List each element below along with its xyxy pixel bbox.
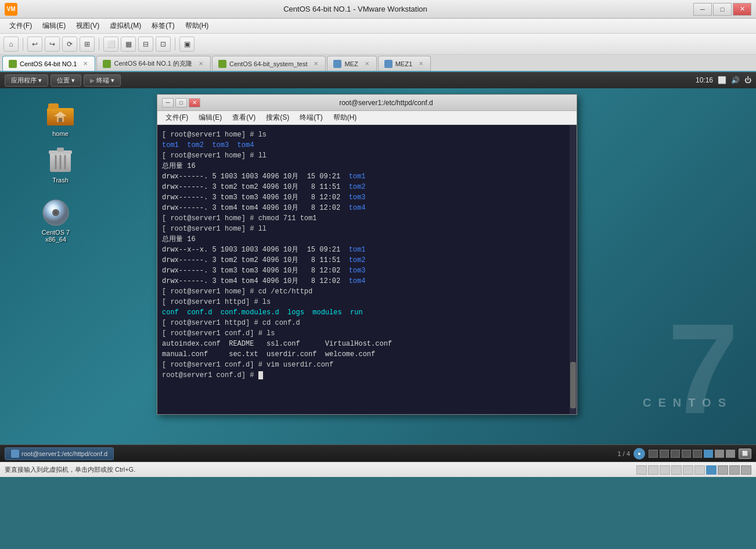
terminal-maximize[interactable]: □ bbox=[175, 98, 187, 107]
terminal-titlebar: ─ □ ✕ root@server1:/etc/httpd/conf.d bbox=[157, 95, 577, 111]
terminal-minimize[interactable]: ─ bbox=[162, 98, 174, 107]
toolbar-home[interactable]: ⌂ bbox=[3, 37, 19, 52]
tab-mez[interactable]: MEZ ✕ bbox=[327, 56, 376, 71]
menu-file[interactable]: 文件(F) bbox=[5, 20, 37, 32]
display-size-icon: ⬜ bbox=[739, 448, 751, 459]
terminal-line-9: [ root@server1 home] # chmod 711 tom1 bbox=[162, 213, 565, 224]
tab-close-clone[interactable]: ✕ bbox=[197, 60, 204, 67]
menu-edit[interactable]: 编辑(E) bbox=[38, 20, 70, 32]
home-icon[interactable]: home bbox=[39, 100, 81, 138]
tab-centos-clone[interactable]: CentOS 64-bit NO.1 的克隆 ✕ bbox=[96, 56, 211, 71]
apps-label: 应用程序 bbox=[11, 76, 37, 85]
menu-view[interactable]: 视图(V) bbox=[71, 20, 104, 32]
system-tray bbox=[649, 450, 735, 458]
status-icon-10 bbox=[741, 465, 751, 475]
terminal-line-7: drwx------. 3 tom3 tom3 4096 10月 8 12:02… bbox=[162, 192, 565, 203]
toolbar-unknown1[interactable]: ⊞ bbox=[80, 37, 95, 52]
places-arrow: ▾ bbox=[71, 77, 75, 84]
terminal-line-21: autoindex.conf README ssl.conf VirtualHo… bbox=[162, 339, 565, 349]
terminal-arrow: ▾ bbox=[111, 77, 114, 84]
tab-icon-mez bbox=[333, 60, 341, 68]
tab-icon-test bbox=[218, 60, 226, 68]
terminal-line-22: manual.conf sec.txt userdir.conf welcome… bbox=[162, 349, 565, 360]
terminal-scroll-thumb[interactable] bbox=[570, 362, 576, 408]
terminal-menu-search[interactable]: 搜索(S) bbox=[261, 112, 294, 124]
tab-close-centos1[interactable]: ✕ bbox=[82, 60, 89, 67]
terminal-line-3: [ root@server1 home] # ll bbox=[162, 150, 565, 161]
toolbar-split2[interactable]: ▦ bbox=[121, 37, 136, 52]
toolbar-split[interactable]: ⬜ bbox=[103, 37, 118, 52]
tab-mez1[interactable]: MEZ1 ✕ bbox=[378, 56, 431, 71]
tab-close-mez1[interactable]: ✕ bbox=[417, 60, 424, 67]
terminal-win-controls: ─ □ ✕ bbox=[162, 98, 200, 107]
terminal-line-24: root@server1 conf.d] # bbox=[162, 370, 565, 381]
toolbar-power[interactable]: ▣ bbox=[179, 37, 195, 52]
terminal-menu-help[interactable]: 帮助(H) bbox=[329, 112, 362, 124]
tab-icon-mez1 bbox=[384, 60, 393, 68]
terminal-line-15: drwx------. 3 tom4 tom4 4096 10月 8 12:02… bbox=[162, 276, 565, 286]
toolbar-back[interactable]: ↩ bbox=[27, 37, 42, 52]
status-icon-5 bbox=[683, 465, 693, 475]
toolbar-refresh[interactable]: ⟳ bbox=[62, 37, 77, 52]
terminal-scrollbar[interactable] bbox=[570, 125, 577, 414]
terminal-menu-button[interactable]: ▶ 终端 ▾ bbox=[84, 74, 121, 87]
status-icon-9 bbox=[729, 465, 740, 475]
status-icon-8 bbox=[718, 465, 728, 475]
taskbar-right: 1 / 4 ● ⬜ bbox=[618, 448, 751, 460]
terminal-line-20: [ root@server1 conf.d] # ls bbox=[162, 328, 565, 339]
terminal-menu-terminal[interactable]: 终端(T) bbox=[295, 112, 327, 124]
toolbar-forward[interactable]: ↪ bbox=[45, 37, 60, 52]
minimize-button[interactable]: ─ bbox=[693, 3, 712, 16]
toolbar-split4[interactable]: ⊡ bbox=[156, 37, 171, 52]
taskbar-item-label: root@server1:/etc/httpd/conf.d bbox=[21, 450, 107, 457]
trash-image bbox=[46, 146, 74, 174]
terminal-line-1: [ root@server1 home] # ls bbox=[162, 130, 565, 140]
tray-icon-2 bbox=[660, 450, 669, 458]
menu-tabs[interactable]: 标签(T) bbox=[147, 20, 179, 32]
terminal-line-5: drwx------. 5 1003 1003 4096 10月 15 09:2… bbox=[162, 171, 565, 182]
tab-centos1[interactable]: CentOS 64-bit NO.1 ✕ bbox=[2, 56, 95, 71]
status-icon-6 bbox=[694, 465, 705, 475]
terminal-close[interactable]: ✕ bbox=[189, 98, 200, 107]
menu-vm[interactable]: 虚拟机(M) bbox=[105, 20, 146, 32]
maximize-button[interactable]: □ bbox=[713, 3, 732, 16]
apps-menu-button[interactable]: 应用程序 ▾ bbox=[5, 74, 48, 87]
svg-rect-2 bbox=[48, 103, 59, 109]
home-folder-image bbox=[46, 100, 74, 128]
terminal-title: root@server1:/etc/httpd/conf.d bbox=[200, 99, 572, 107]
tray-icon-8 bbox=[726, 450, 735, 458]
terminal-line-14: drwx------. 3 tom3 tom3 4096 10月 8 12:02… bbox=[162, 265, 565, 276]
tab-label-test: CentOS 64-bit_system_test bbox=[229, 60, 308, 67]
window-controls: ─ □ ✕ bbox=[693, 3, 751, 16]
cdrom-image bbox=[42, 199, 70, 227]
vmware-logo: VM bbox=[5, 3, 17, 16]
tray-icon-1 bbox=[649, 450, 658, 458]
tray-icon-7 bbox=[715, 450, 724, 458]
toolbar-split3[interactable]: ⊟ bbox=[138, 37, 153, 52]
status-icon-4 bbox=[671, 465, 682, 475]
tray-icon-6 bbox=[704, 450, 713, 458]
cdrom-label: CentOS 7 x86_64 bbox=[35, 228, 77, 243]
cdrom-desktop-icon[interactable]: CentOS 7 x86_64 bbox=[35, 199, 77, 243]
terminal-menu-view[interactable]: 查看(V) bbox=[228, 112, 260, 124]
tab-system-test[interactable]: CentOS 64-bit_system_test ✕ bbox=[212, 56, 326, 71]
terminal-menu-file[interactable]: 文件(F) bbox=[161, 112, 193, 124]
tab-close-mez[interactable]: ✕ bbox=[363, 60, 370, 67]
terminal-line-10: [ root@server1 home] # ll bbox=[162, 224, 565, 234]
trash-desktop-icon[interactable]: Trash bbox=[39, 146, 81, 184]
tab-close-test[interactable]: ✕ bbox=[312, 60, 319, 67]
terminal-content[interactable]: [ root@server1 home] # ls tom1 tom2 tom3… bbox=[157, 125, 570, 414]
statusbar-right bbox=[636, 465, 751, 475]
places-menu-button[interactable]: 位置 ▾ bbox=[51, 74, 81, 87]
terminal-menu-edit[interactable]: 编辑(E) bbox=[194, 112, 226, 124]
svg-rect-8 bbox=[57, 148, 64, 152]
tab-label-clone: CentOS 64-bit NO.1 的克隆 bbox=[114, 59, 192, 68]
menu-help[interactable]: 帮助(H) bbox=[181, 20, 214, 32]
terminal-line-16: [ root@server1 home] # cd /etc/httpd bbox=[162, 286, 565, 297]
close-button[interactable]: ✕ bbox=[733, 3, 751, 16]
svg-rect-5 bbox=[59, 118, 62, 122]
terminal-line-23: [ root@server1 conf.d] # vim userdir.con… bbox=[162, 360, 565, 370]
terminal-line-2: tom1 tom2 tom3 tom4 bbox=[162, 140, 565, 150]
toolbar-sep2 bbox=[99, 38, 99, 51]
taskbar-item-terminal[interactable]: root@server1:/etc/httpd/conf.d bbox=[5, 447, 114, 460]
